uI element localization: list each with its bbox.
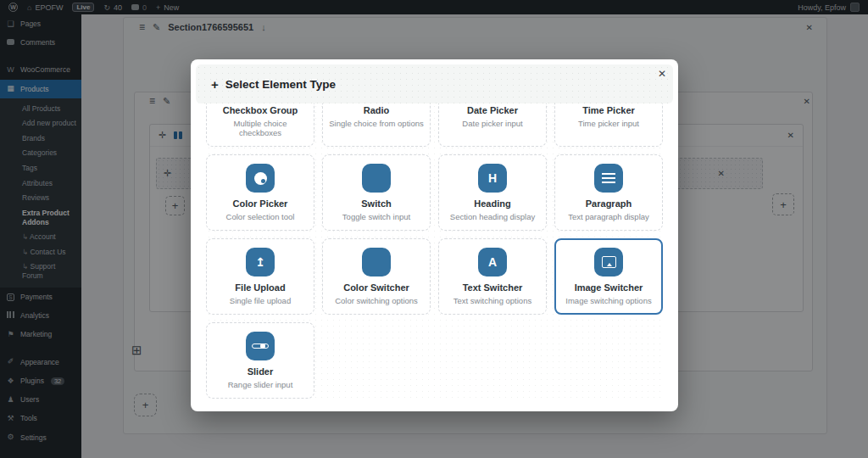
card-desc: Color selection tool xyxy=(226,212,295,221)
card-title: Text Switcher xyxy=(463,282,523,293)
slider-icon xyxy=(246,332,275,360)
screen: W ⌂ EPOFW Live ↻ 40 0 + New Howdy, Epfow… xyxy=(0,0,868,458)
card-desc: Multiple choice checkboxes xyxy=(212,119,309,137)
card-title: Radio xyxy=(364,105,390,116)
paragraph-icon xyxy=(594,164,623,193)
card-desc: Date picker input xyxy=(462,119,522,128)
element-card-file-upload[interactable]: ↥ File Upload Single file upload xyxy=(206,238,314,315)
element-card-color-picker[interactable]: Color Picker Color selection tool xyxy=(206,154,314,231)
modal-close-icon[interactable]: ✕ xyxy=(658,68,666,80)
select-element-modal: ✕ + Select Element Type Checkbox Group M… xyxy=(191,59,678,411)
element-card-switch[interactable]: Switch Toggle switch input xyxy=(322,154,431,231)
plus-icon: + xyxy=(211,77,219,92)
element-card-text-switcher[interactable]: A Text Switcher Text switching options xyxy=(438,238,547,315)
card-title: Color Picker xyxy=(233,198,288,209)
card-desc: Toggle switch input xyxy=(342,212,410,221)
heading-icon: H xyxy=(478,164,507,193)
color-switch-icon xyxy=(362,248,391,276)
card-desc: Single choice from options xyxy=(329,119,423,128)
card-desc: Text switching options xyxy=(453,296,531,305)
card-title: Slider xyxy=(248,366,274,377)
image-icon xyxy=(594,248,623,276)
card-title: Paragraph xyxy=(586,198,632,209)
card-title: Date Picker xyxy=(467,105,518,116)
element-card-date-picker[interactable]: Date Picker Date picker input xyxy=(438,103,547,147)
card-desc: Image switching options xyxy=(565,296,651,305)
card-title: Color Switcher xyxy=(343,282,409,293)
element-card-time-picker[interactable]: Time Picker Time picker input xyxy=(554,103,663,147)
card-desc: Range slider input xyxy=(228,380,293,389)
modal-title: Select Element Type xyxy=(225,78,336,91)
element-card-image-switcher[interactable]: Image Switcher Image switching options xyxy=(554,238,663,315)
card-desc: Time picker input xyxy=(578,119,639,128)
text-switch-icon: A xyxy=(478,248,507,276)
element-card-checkbox-group[interactable]: Checkbox Group Multiple choice checkboxe… xyxy=(206,103,314,147)
card-title: Switch xyxy=(361,198,391,209)
card-desc: Text paragraph display xyxy=(568,212,649,221)
card-desc: Color switching options xyxy=(335,296,418,305)
upload-icon: ↥ xyxy=(246,248,275,276)
card-title: File Upload xyxy=(235,282,285,293)
card-desc: Single file upload xyxy=(230,296,291,305)
card-desc: Section heading display xyxy=(450,212,535,221)
element-card-color-switcher[interactable]: Color Switcher Color switching options xyxy=(322,238,431,315)
card-title: Time Picker xyxy=(582,105,635,116)
card-title: Image Switcher xyxy=(575,282,643,293)
element-card-slider[interactable]: Slider Range slider input xyxy=(206,322,314,399)
palette-icon xyxy=(246,164,275,193)
modal-header: + Select Element Type xyxy=(196,64,673,103)
element-card-paragraph[interactable]: Paragraph Text paragraph display xyxy=(554,154,663,231)
element-card-heading[interactable]: H Heading Section heading display xyxy=(438,154,547,231)
card-title: Checkbox Group xyxy=(223,105,298,116)
card-title: Heading xyxy=(474,198,510,209)
element-cards-scroll[interactable]: Checkbox Group Multiple choice checkboxe… xyxy=(206,103,663,399)
element-card-radio[interactable]: Radio Single choice from options xyxy=(322,103,431,147)
toggle-icon xyxy=(362,164,391,193)
